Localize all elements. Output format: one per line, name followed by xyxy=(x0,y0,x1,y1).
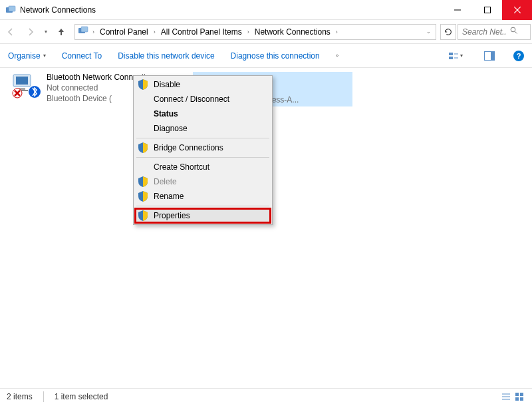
item-count: 2 items xyxy=(7,392,33,401)
icons-view-button[interactable] xyxy=(513,391,525,403)
svg-rect-17 xyxy=(16,77,28,85)
window-title: Network Connections xyxy=(20,5,442,15)
shield-icon xyxy=(138,210,148,223)
diagnose-button[interactable]: Diagnose this connection xyxy=(231,51,320,61)
minimize-button[interactable] xyxy=(442,0,472,20)
menu-create-shortcut[interactable]: Create Shortcut xyxy=(135,160,271,174)
title-bar: Network Connections xyxy=(0,0,532,20)
shield-icon xyxy=(138,191,148,204)
svg-rect-3 xyxy=(484,7,490,13)
search-box[interactable] xyxy=(458,24,531,40)
breadcrumb-network-connections[interactable]: Network Connections xyxy=(253,27,332,37)
up-button[interactable] xyxy=(52,23,70,41)
separator xyxy=(43,391,44,402)
back-button[interactable] xyxy=(1,23,20,41)
breadcrumb-control-panel[interactable]: Control Panel xyxy=(98,27,150,37)
status-bar: 2 items 1 item selected xyxy=(0,388,532,404)
nav-bar: ▾ › Control Panel › All Control Panel It… xyxy=(0,20,532,44)
svg-point-8 xyxy=(511,27,515,32)
disable-device-button[interactable]: Disable this network device xyxy=(118,51,214,61)
search-input[interactable] xyxy=(461,27,507,37)
svg-rect-11 xyxy=(449,57,453,59)
refresh-button[interactable] xyxy=(440,24,456,40)
preview-pane-button[interactable] xyxy=(481,51,497,61)
menu-rename[interactable]: Rename xyxy=(135,189,271,204)
search-icon xyxy=(510,27,518,37)
svg-rect-10 xyxy=(449,53,453,55)
connect-to-button[interactable]: Connect To xyxy=(62,51,102,61)
menu-diagnose[interactable]: Diagnose xyxy=(135,121,271,136)
maximize-button[interactable] xyxy=(472,0,502,20)
chevron-down-icon: ▾ xyxy=(43,53,46,59)
address-dropdown[interactable]: ⌄ xyxy=(424,29,433,35)
shield-icon xyxy=(138,142,148,155)
window-icon xyxy=(5,5,16,15)
command-bar: Organise▾ Connect To Disable this networ… xyxy=(0,44,532,68)
view-dropdown[interactable]: ▾ xyxy=(446,51,466,61)
context-menu: Disable Connect / Disconnect Status Diag… xyxy=(133,75,273,225)
address-bar[interactable]: › Control Panel › All Control Panel Item… xyxy=(74,24,436,40)
close-button[interactable] xyxy=(502,0,532,20)
menu-separator xyxy=(136,138,269,138)
svg-rect-32 xyxy=(520,393,523,396)
svg-rect-7 xyxy=(81,27,88,32)
menu-separator xyxy=(136,157,269,158)
svg-rect-15 xyxy=(491,52,495,60)
breadcrumb-all-items[interactable]: All Control Panel Items xyxy=(160,27,243,37)
bluetooth-adapter-icon xyxy=(9,72,41,99)
organise-menu[interactable]: Organise▾ xyxy=(8,51,46,61)
selection-count: 1 item selected xyxy=(55,392,108,401)
menu-disable[interactable]: Disable xyxy=(135,77,271,92)
chevron-right-icon: › xyxy=(91,29,96,35)
shield-icon xyxy=(138,176,148,189)
address-icon xyxy=(78,25,88,38)
forward-button[interactable] xyxy=(21,23,40,41)
menu-bridge[interactable]: Bridge Connections xyxy=(135,140,271,155)
shield-icon xyxy=(138,79,148,92)
chevron-right-icon: › xyxy=(246,29,251,35)
menu-status[interactable]: Status xyxy=(135,106,271,121)
details-view-button[interactable] xyxy=(500,391,512,403)
menu-connect-disconnect[interactable]: Connect / Disconnect xyxy=(135,92,271,106)
history-dropdown[interactable]: ▾ xyxy=(41,29,51,35)
menu-delete: Delete xyxy=(135,174,271,189)
overflow-chevron[interactable]: » xyxy=(336,53,338,59)
chevron-right-icon: › xyxy=(152,29,157,35)
chevron-down-icon: ▾ xyxy=(460,53,463,59)
help-button[interactable]: ? xyxy=(513,51,524,61)
menu-separator xyxy=(136,206,269,206)
svg-rect-33 xyxy=(515,397,519,401)
svg-line-9 xyxy=(515,32,517,34)
svg-rect-1 xyxy=(9,6,15,11)
menu-properties[interactable]: Properties xyxy=(135,208,271,223)
svg-rect-34 xyxy=(520,397,523,401)
svg-rect-31 xyxy=(515,393,519,396)
chevron-right-icon: › xyxy=(334,29,339,35)
